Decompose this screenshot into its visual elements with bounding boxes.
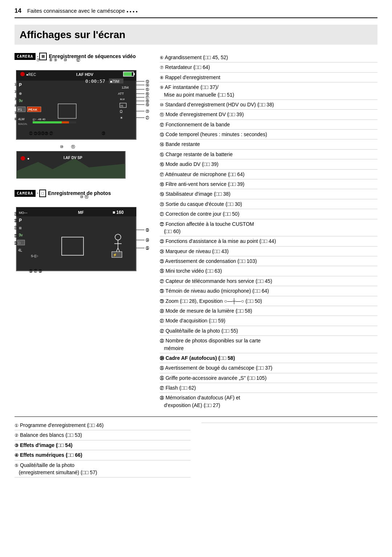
svg-text:②: ② (15, 90, 17, 94)
bottom-section: ① Programme d'enregistrement (□□ 46) ② B… (15, 416, 377, 477)
list-item: ㉕ Avertissement de condensation (□□ 103) (160, 256, 377, 266)
svg-text:㊱ ㊲ ㊳: ㊱ ㊲ ㊳ (29, 269, 42, 273)
list-item: ㉛ Mode d'acquisition (□□ 59) (160, 316, 377, 326)
left-column: CAMERA · ⊞ Enregistrement de séquences v… (15, 53, 149, 410)
svg-text:S-((○: S-((○ (31, 254, 38, 258)
main-title: Affichages sur l'écran (15, 25, 377, 45)
list-item: ㉖ Mini torche vidéo (□□ 63) (160, 266, 377, 276)
photo-mode-icon: □ (39, 190, 46, 197)
list-item: ㊳ Mémorisation d'autofocus (AF) et d'exp… (160, 393, 377, 410)
svg-text:☀: ☀ (120, 116, 123, 120)
top-callouts: ⑦ ⑧ ⑨ ⑩ ⑫ (36, 57, 80, 63)
svg-text:4L: 4L (18, 248, 23, 252)
svg-text:■79M: ■79M (110, 80, 119, 84)
list-item: ㉓ Fonctions d'assistance à la mise au po… (160, 236, 377, 246)
dv-screen-container: ⑩ ⑪ ● I.AF DV SP (16, 144, 149, 183)
svg-text:㉝: ㉝ (15, 241, 17, 245)
svg-text:PEAK: PEAK (28, 108, 38, 111)
page-number: 14 (15, 7, 21, 15)
svg-text:Ω: Ω (120, 110, 123, 114)
svg-text:≋/≠: ≋/≠ (120, 98, 125, 101)
svg-text:㉛: ㉛ (15, 226, 17, 230)
svg-text:⑥: ⑥ (15, 117, 17, 121)
list-item: ㊱ Griffe porte-accessoire avancée „S" (□… (160, 373, 377, 383)
svg-text:⑳: ⑳ (146, 109, 149, 113)
svg-rect-62 (16, 207, 136, 271)
list-item (201, 420, 377, 423)
svg-point-2 (20, 72, 25, 76)
svg-text:⊞: ⊞ (19, 226, 22, 230)
svg-text:㉒ ㉓㉔㉕㉖ ㉗: ㉒ ㉓㉔㉕㉖ ㉗ (29, 131, 53, 135)
list-item: ⑯ Mode audio DV (□□ 39) (160, 159, 377, 169)
list-item: ② Balance des blancs (□□ 53) (15, 430, 191, 440)
svg-text:0:00:57: 0:00:57 (85, 78, 105, 84)
svg-text:□: □ (18, 241, 20, 245)
list-item: ⑤ Qualité/taille de la photo (enregistre… (15, 460, 191, 478)
video-screen-svg: ●REC P I.AF HDV 0:00:57 (15, 64, 152, 140)
list-item: ⑰ Atténuateur de microphone (□□ 64) (160, 170, 377, 179)
list-item: ④ Effets numériques (□□ 66) (15, 450, 191, 460)
svg-text:12bit: 12bit (122, 86, 129, 89)
svg-text:⑲: ⑲ (146, 103, 149, 107)
list-item: ⑫ Fonctionnement de la bande (160, 120, 377, 130)
svg-text:㉟: ㉟ (146, 246, 149, 250)
svg-text:①: ① (15, 82, 17, 86)
svg-text:④: ④ (15, 103, 17, 107)
bottom-right-list (201, 420, 377, 477)
svg-rect-25 (62, 121, 69, 123)
svg-rect-24 (33, 121, 62, 123)
svg-text:P: P (19, 82, 22, 88)
list-item: ⑥ Agrandissement (□□ 45, 52) (160, 53, 377, 62)
svg-text:㉞: ㉞ (146, 238, 149, 242)
list-item: ⑩ Standard d'enregistrement (HDV ou DV) … (160, 100, 377, 110)
svg-text:9v: 9v (19, 99, 23, 103)
photo-screen-svg: MO— P MF ■ 160 ⊞ 9v (15, 201, 152, 273)
svg-text:⚡: ⚡ (113, 253, 117, 257)
svg-text:ATT: ATT (118, 92, 124, 95)
bottom-left-list: ① Programme d'enregistrement (□□ 46) ② B… (15, 420, 191, 477)
svg-rect-9 (124, 72, 132, 76)
list-item: ⑨ AF instantanée (□□ 37)/ Mise au point … (160, 82, 377, 100)
svg-text:MF: MF (78, 210, 84, 215)
svg-text:㉝: ㉝ (146, 228, 149, 232)
list-item: ③ Effets d'image (□□ 54) (15, 440, 191, 450)
svg-point-59 (21, 156, 25, 160)
svg-text:③: ③ (15, 97, 17, 101)
svg-text:F1: F1 (18, 108, 22, 111)
svg-text:IS: IS (121, 104, 123, 107)
svg-text:●REC: ●REC (26, 73, 36, 77)
svg-text:●: ● (27, 156, 29, 160)
list-item: ㉝ Nombre de photos disponibles sur la ca… (160, 336, 377, 353)
list-item: ㉟ Avertissement de bougé du caméscope (□… (160, 363, 377, 373)
list-item: ㉚ Mode de mesure de la lumière (□□ 58) (160, 306, 377, 316)
list-item: ⑭ Bande restante (160, 139, 377, 149)
section2-label: Enregistrement de photos (48, 190, 111, 197)
list-item: ㉒ Fonction affectée à la touche CUSTOM (… (160, 219, 377, 237)
svg-text:MAGN.: MAGN. (18, 122, 28, 126)
header-text: Faites connaissance avec le caméscope ●●… (27, 7, 139, 15)
svg-text:9v: 9v (19, 233, 23, 237)
bottom-grid: ① Programme d'enregistrement (□□ 46) ② B… (15, 420, 377, 477)
svg-text:⑤: ⑤ (15, 111, 17, 115)
svg-text:⊕: ⊕ (19, 92, 22, 95)
list-item: ㉜ Qualité/taille de la photo (□□ 55) (160, 326, 377, 336)
svg-text:P: P (19, 218, 22, 223)
svg-rect-8 (134, 73, 135, 75)
list-item: ⑦ Retardateur (□□ 64) (160, 62, 377, 72)
dv-screen-svg: ● I.AF DV SP (16, 151, 132, 182)
list-item: ① Programme d'enregistrement (□□ 46) (15, 420, 191, 430)
list-item: ⑧ Rappel d'enregistrement (160, 73, 377, 82)
page-header: 14 Faites connaissance avec le caméscope… (15, 7, 377, 18)
svg-text:⑭: ⑭ (146, 83, 149, 87)
list-item: ㉑ Correction de contre jour (□□ 50) (160, 209, 377, 219)
svg-text:㉜: ㉜ (15, 234, 17, 238)
svg-text:■ 160: ■ 160 (113, 210, 124, 215)
list-item: ㉘ Témoin de niveau audio (microphone) (□… (160, 286, 377, 296)
photo-screen-container: ⑩ ⑪ MO— P MF ■ 160 (15, 201, 152, 275)
list-item: ⑬ Code temporel (heures : minutes : seco… (160, 130, 377, 139)
list-item: ⑪ Mode d'enregistrement DV (□□ 39) (160, 110, 377, 119)
svg-text:㉚: ㉚ (15, 219, 17, 223)
camera-badge-video: CAMERA (15, 53, 36, 60)
svg-text:4LW: 4LW (18, 117, 25, 121)
camera-badge-photo: CAMERA (15, 190, 36, 197)
